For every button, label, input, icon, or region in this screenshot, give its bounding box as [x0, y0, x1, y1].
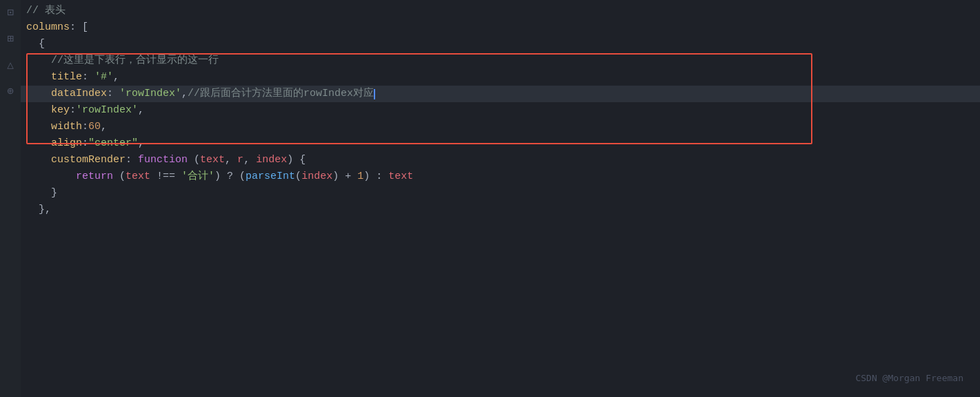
comment-header: // 表头 — [26, 3, 66, 19]
code-line-11: return (text !== '合计') ? (parseInt(index… — [21, 168, 980, 185]
dataIndex-prop: dataIndex — [51, 86, 107, 102]
watermark: CSDN @Morgan Freeman — [855, 371, 963, 386]
parseInt-arg: index — [301, 168, 332, 185]
return-text: text — [126, 168, 150, 185]
key-prop: key — [51, 102, 70, 119]
param-index: index — [256, 152, 287, 168]
sidebar-icon-4[interactable]: ⊕ — [3, 86, 17, 99]
return-keyword: return — [76, 168, 113, 185]
heji-string: '合计' — [181, 168, 214, 185]
return-text2: text — [388, 168, 413, 185]
title-value: '#' — [94, 69, 113, 86]
width-value: 60 — [88, 119, 101, 135]
code-line-8: width:60, — [21, 119, 980, 135]
code-line-10: customRender: function (text, r, index) … — [21, 152, 980, 168]
sidebar-icon-2[interactable]: ⊞ — [3, 33, 17, 47]
comment-line1: //这里是下表行，合计显示的这一行 — [51, 52, 219, 69]
width-prop: width — [51, 119, 82, 135]
parseInt-func: parseInt — [246, 168, 295, 185]
text-cursor — [374, 89, 375, 99]
comment-rowIndex: //跟后面合计方法里面的rowIndex对应 — [188, 86, 374, 102]
sidebar-icon-1[interactable]: ⊡ — [3, 7, 17, 21]
code-line-9: align:"center", — [21, 135, 980, 152]
align-value: "center" — [88, 135, 138, 152]
code-area: // 表头 columns: [ { //这里是下表行，合计显示的这一行 tit… — [21, 0, 980, 397]
num-1: 1 — [357, 168, 363, 185]
param-r: r — [237, 152, 243, 168]
align-prop: align — [51, 135, 82, 152]
columns-prop: columns — [26, 19, 70, 36]
code-line-5: title: '#', — [21, 69, 980, 86]
sidebar-icon-3[interactable]: △ — [3, 59, 17, 73]
function-keyword: function — [138, 152, 188, 168]
code-line-1: // 表头 — [21, 3, 980, 19]
code-line-6: dataIndex: 'rowIndex',//跟后面合计方法里面的rowInd… — [21, 86, 980, 102]
sidebar: ⊡ ⊞ △ ⊕ — [0, 0, 21, 397]
code-line-7: key:'rowIndex', — [21, 102, 980, 119]
key-value: 'rowIndex' — [76, 102, 138, 119]
code-line-4: //这里是下表行，合计显示的这一行 — [21, 52, 980, 69]
title-prop: title — [51, 69, 82, 86]
editor-container: ⊡ ⊞ △ ⊕ // 表头 columns: [ { //这里是下表行，合计显示… — [0, 0, 980, 397]
param-text: text — [200, 152, 225, 168]
code-line-13: }, — [21, 202, 980, 218]
customRender-prop: customRender — [51, 152, 126, 168]
code-line-2: columns: [ — [21, 19, 980, 36]
dataIndex-value: 'rowIndex' — [119, 86, 181, 102]
code-line-3: { — [21, 36, 980, 52]
code-line-12: } — [21, 185, 980, 202]
